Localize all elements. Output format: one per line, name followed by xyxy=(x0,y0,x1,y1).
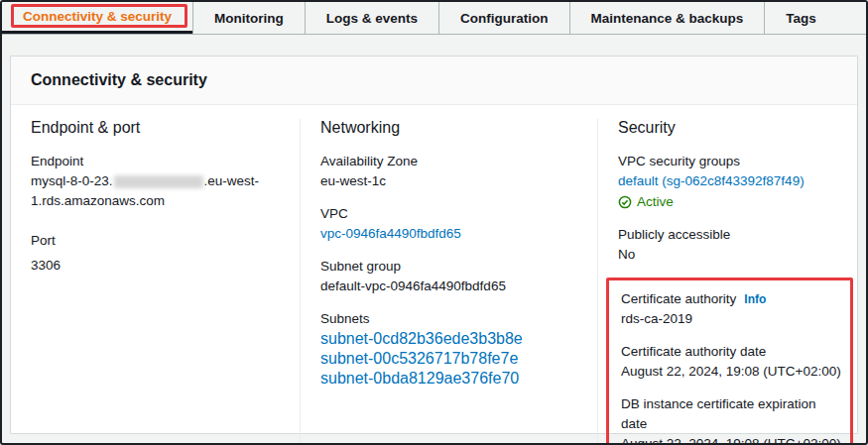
endpoint-port-heading: Endpoint & port xyxy=(31,119,284,137)
availability-zone-field: Availability Zone eu-west-1c xyxy=(320,152,581,191)
tab-connectivity-security[interactable]: Connectivity & security xyxy=(2,2,192,34)
vpc-security-groups-label: VPC security groups xyxy=(618,152,849,171)
tab-maintenance-backups-label: Maintenance & backups xyxy=(591,11,744,26)
check-circle-icon xyxy=(618,195,632,209)
port-value: 3306 xyxy=(31,256,284,276)
networking-heading: Networking xyxy=(320,119,581,137)
certificate-authority-label: Certificate authorityInfo xyxy=(621,289,842,309)
rds-details-screen: Connectivity & security Monitoring Logs … xyxy=(0,0,868,445)
availability-zone-value: eu-west-1c xyxy=(320,171,581,191)
endpoint-value: mysql-8-0-23..eu-west- xyxy=(31,171,284,191)
certificate-expiration-label: DB instance certificate expiration date xyxy=(621,394,842,434)
security-group-link[interactable]: default (sg-062c8f43392f87f49) xyxy=(618,171,805,191)
certificate-authority-date-field: Certificate authority date August 22, 20… xyxy=(621,342,842,382)
connectivity-security-panel: Connectivity & security Endpoint & port … xyxy=(10,56,858,434)
tab-logs-events[interactable]: Logs & events xyxy=(305,2,438,34)
red-annotation-box-certificate: Certificate authorityInfo rds-ca-2019 Ce… xyxy=(606,278,853,445)
security-group-status: Active xyxy=(618,192,849,212)
tab-monitoring[interactable]: Monitoring xyxy=(192,2,305,34)
tab-logs-events-label: Logs & events xyxy=(326,11,418,26)
subnet-link-1[interactable]: subnet-0cd82b36ede3b3b8e xyxy=(320,329,581,349)
publicly-accessible-label: Publicly accessible xyxy=(618,225,849,245)
certificate-authority-field: Certificate authorityInfo rds-ca-2019 xyxy=(621,289,842,329)
endpoint-value-prefix: mysql-8-0-23. xyxy=(31,173,113,188)
endpoint-label: Endpoint xyxy=(31,152,284,171)
info-link[interactable]: Info xyxy=(744,292,766,306)
endpoint-value-line2: 1.rds.amazonaws.com xyxy=(31,191,284,211)
certificate-expiration-value: August 22, 2024, 19:08 (UTC+02:00) xyxy=(621,434,842,445)
endpoint-port-column: Endpoint & port Endpoint mysql-8-0-23..e… xyxy=(11,119,300,445)
tab-tags-label: Tags xyxy=(786,11,816,26)
vpc-security-groups-field: VPC security groups default (sg-062c8f43… xyxy=(618,152,849,212)
panel-title: Connectivity & security xyxy=(31,71,207,88)
vpc-field: VPC vpc-0946fa4490fbdfd65 xyxy=(320,204,581,244)
certificate-authority-date-label: Certificate authority date xyxy=(621,342,842,362)
endpoint-value-suffix: .eu-west- xyxy=(204,173,260,188)
redacted-endpoint-blur xyxy=(114,175,203,188)
tab-bar: Connectivity & security Monitoring Logs … xyxy=(2,2,866,35)
subnet-link-3[interactable]: subnet-0bda8129ae376fe70 xyxy=(320,369,581,389)
tab-connectivity-security-label: Connectivity & security xyxy=(23,9,172,24)
subnets-label: Subnets xyxy=(320,309,581,329)
tab-tags[interactable]: Tags xyxy=(764,2,837,34)
endpoint-field: Endpoint mysql-8-0-23..eu-west- 1.rds.am… xyxy=(31,152,284,211)
tab-configuration-label: Configuration xyxy=(460,11,548,26)
status-active-text: Active xyxy=(637,192,674,212)
certificate-expiration-field: DB instance certificate expiration date … xyxy=(621,394,842,445)
security-column: Security VPC security groups default (sg… xyxy=(597,119,857,445)
certificate-authority-date-value: August 22, 2024, 19:08 (UTC+02:00) xyxy=(621,362,842,382)
availability-zone-label: Availability Zone xyxy=(320,152,581,171)
networking-column: Networking Availability Zone eu-west-1c … xyxy=(300,119,597,445)
certificate-authority-value: rds-ca-2019 xyxy=(621,309,842,329)
panel-header: Connectivity & security xyxy=(11,56,857,105)
security-heading: Security xyxy=(618,119,849,137)
tab-configuration[interactable]: Configuration xyxy=(438,2,568,34)
tab-monitoring-label: Monitoring xyxy=(214,11,284,26)
subnets-field: Subnets subnet-0cd82b36ede3b3b8e subnet-… xyxy=(320,309,581,389)
vpc-label: VPC xyxy=(320,204,581,224)
vpc-link[interactable]: vpc-0946fa4490fbdfd65 xyxy=(320,224,461,244)
tab-maintenance-backups[interactable]: Maintenance & backups xyxy=(569,2,765,34)
certificate-authority-label-text: Certificate authority xyxy=(621,291,736,306)
subnet-group-label: Subnet group xyxy=(320,257,581,277)
port-field: Port 3306 xyxy=(31,231,284,276)
subnet-link-2[interactable]: subnet-00c5326717b78fe7e xyxy=(320,349,581,369)
publicly-accessible-value: No xyxy=(618,245,849,265)
panel-body: Endpoint & port Endpoint mysql-8-0-23..e… xyxy=(11,105,857,445)
subnet-group-field: Subnet group default-vpc-0946fa4490fbdfd… xyxy=(320,257,581,296)
publicly-accessible-field: Publicly accessible No xyxy=(618,225,849,265)
port-label: Port xyxy=(31,231,284,251)
subnet-group-value: default-vpc-0946fa4490fbdfd65 xyxy=(320,277,581,296)
